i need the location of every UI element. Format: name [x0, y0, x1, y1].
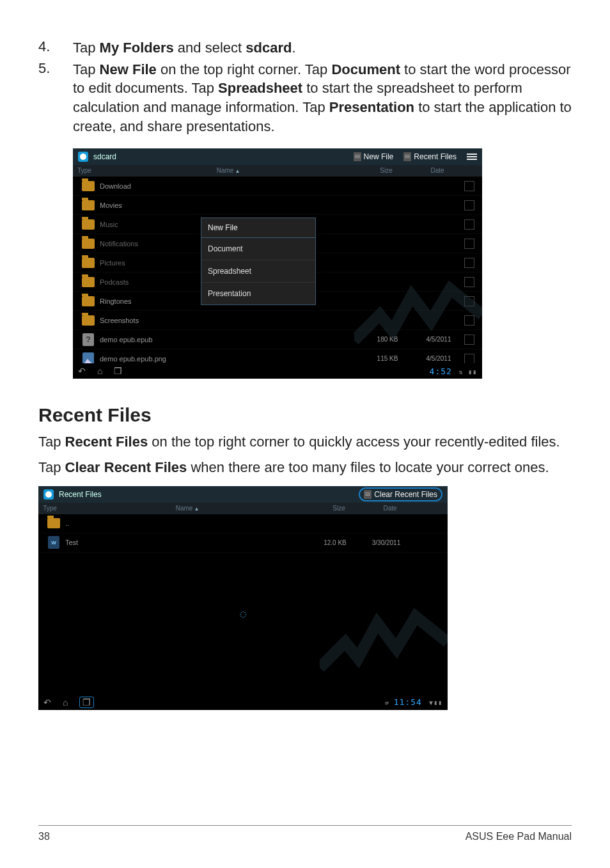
status-icons: ▼▮▮: [425, 699, 442, 706]
file-date: 4/5/2011: [413, 336, 464, 343]
header-name[interactable]: Name▲: [96, 165, 361, 177]
file-name: ..: [65, 519, 309, 527]
back-icon[interactable]: ↶: [78, 366, 86, 376]
text: on the top right corner. Tap: [157, 61, 332, 77]
text: Tap: [73, 61, 100, 77]
list-item-up[interactable]: ..: [38, 514, 448, 533]
checkbox[interactable]: [464, 296, 474, 306]
clock[interactable]: ⇄ 11:54 ▼▮▮: [382, 697, 442, 707]
step-text: Tap New File on the top right corner. Ta…: [73, 60, 572, 136]
folder-icon: [82, 239, 95, 249]
button-label: New File: [364, 152, 394, 161]
back-icon[interactable]: ↶: [43, 697, 51, 707]
file-name: Screenshots: [100, 317, 362, 324]
app-topbar: sdcard New File Recent Files: [73, 148, 482, 165]
app-logo-icon[interactable]: [43, 489, 54, 500]
header-type[interactable]: Type: [73, 165, 96, 177]
system-navbar: ↶ ⌂ ❐ 4:52 ⇅ ▮▮: [73, 363, 482, 379]
checkbox[interactable]: [464, 258, 474, 268]
emphasis: My Folders: [100, 40, 174, 56]
unknown-file-icon: ?: [82, 333, 94, 346]
system-navbar: ↶ ⌂ ❐ ⇄ 11:54 ▼▮▮: [38, 695, 448, 710]
folder-icon: [82, 296, 95, 306]
word-document-icon: W: [48, 536, 59, 549]
checkbox[interactable]: [464, 354, 474, 364]
list-item[interactable]: Download: [73, 177, 482, 196]
button-label: Recent Files: [414, 152, 457, 161]
popup-item-presentation[interactable]: Presentation: [201, 283, 315, 304]
app-topbar: Recent Files Clear Recent Files: [38, 486, 448, 503]
checkbox[interactable]: [464, 315, 474, 326]
background-art: [320, 597, 448, 681]
file-list: .. WTest12.0 KB3/30/2011 ◌: [38, 514, 448, 681]
clock-time: 4:52: [430, 367, 452, 376]
sort-ascending-icon: ▲: [194, 506, 199, 512]
status-icons: ⇅ ▮▮: [455, 368, 477, 375]
popup-item-document[interactable]: Document: [201, 238, 315, 260]
file-name: Test: [65, 539, 309, 546]
document-icon: [364, 490, 371, 499]
checkbox[interactable]: [464, 277, 474, 287]
checkbox[interactable]: [464, 335, 474, 345]
file-size: 12.0 KB: [309, 539, 361, 546]
breadcrumb-title: Recent Files: [59, 490, 102, 499]
header-label: Name: [176, 505, 193, 512]
screenshot-sdcard: sdcard New File Recent Files Type Name▲ …: [73, 148, 482, 379]
step-5: 5. Tap New File on the top right corner.…: [38, 60, 572, 136]
column-headers: Type Name▲ Size Date: [38, 503, 448, 514]
home-icon[interactable]: ⌂: [63, 697, 68, 707]
text: and select: [174, 40, 246, 56]
recent-apps-icon[interactable]: ❐: [114, 366, 122, 376]
file-date: 4/5/2011: [413, 355, 464, 362]
checkbox[interactable]: [464, 239, 474, 249]
step-text: Tap My Folders and select sdcard.: [73, 38, 572, 58]
emphasis: Presentation: [329, 99, 414, 115]
app-logo-icon[interactable]: [78, 152, 88, 162]
list-item[interactable]: Movies: [73, 196, 482, 215]
clock[interactable]: 4:52 ⇅ ▮▮: [430, 367, 477, 376]
menu-button[interactable]: [467, 154, 477, 160]
section-title-recent-files: Recent Files: [38, 404, 572, 426]
button-label: Clear Recent Files: [374, 490, 437, 499]
checkbox[interactable]: [464, 219, 474, 230]
list-item[interactable]: Screenshots: [73, 311, 482, 330]
header-size[interactable]: Size: [313, 503, 364, 514]
header-date[interactable]: Date: [364, 503, 416, 514]
emphasis: Recent Files: [65, 434, 148, 450]
header-name[interactable]: Name▲: [61, 503, 313, 514]
step-4: 4. Tap My Folders and select sdcard.: [38, 38, 572, 58]
header-type[interactable]: Type: [38, 503, 61, 514]
folder-up-icon: [47, 518, 60, 528]
status-icons: ⇄: [385, 699, 394, 706]
document-icon: [354, 152, 361, 161]
emphasis: Document: [331, 61, 400, 77]
page-number: 38: [38, 831, 50, 842]
paragraph: Tap Recent Files on the top right corner…: [38, 432, 572, 452]
checkbox[interactable]: [464, 181, 474, 191]
recent-files-button[interactable]: Recent Files: [403, 152, 457, 161]
header-label: Name: [217, 167, 234, 174]
file-name: Download: [100, 182, 362, 190]
folder-icon: [82, 315, 95, 326]
document-icon: [403, 152, 411, 161]
file-name: demo epub.epub.png: [100, 355, 362, 363]
file-name: Movies: [100, 201, 362, 209]
home-icon[interactable]: ⌂: [97, 366, 102, 376]
paragraph: Tap Clear Recent Files when there are to…: [38, 458, 572, 477]
emphasis: Clear Recent Files: [65, 459, 187, 475]
header-size[interactable]: Size: [361, 165, 412, 177]
breadcrumb-title: sdcard: [93, 152, 116, 161]
clear-recent-files-button[interactable]: Clear Recent Files: [359, 487, 442, 501]
checkbox[interactable]: [464, 200, 474, 210]
screenshot-recent-files: Recent Files Clear Recent Files Type Nam…: [38, 486, 448, 710]
header-date[interactable]: Date: [412, 165, 463, 177]
menu-icon: [467, 154, 477, 160]
text: Tap: [38, 434, 65, 450]
popup-item-spreadsheet[interactable]: Spreadsheet: [201, 260, 315, 283]
recent-apps-icon[interactable]: ❐: [79, 697, 94, 708]
list-item[interactable]: ?demo epub.epub180 KB4/5/2011: [73, 330, 482, 349]
new-file-button[interactable]: New File: [354, 152, 394, 161]
list-item[interactable]: WTest12.0 KB3/30/2011: [38, 533, 448, 553]
clock-time: 11:54: [394, 697, 422, 707]
manual-title: ASUS Eee Pad Manual: [465, 831, 572, 842]
